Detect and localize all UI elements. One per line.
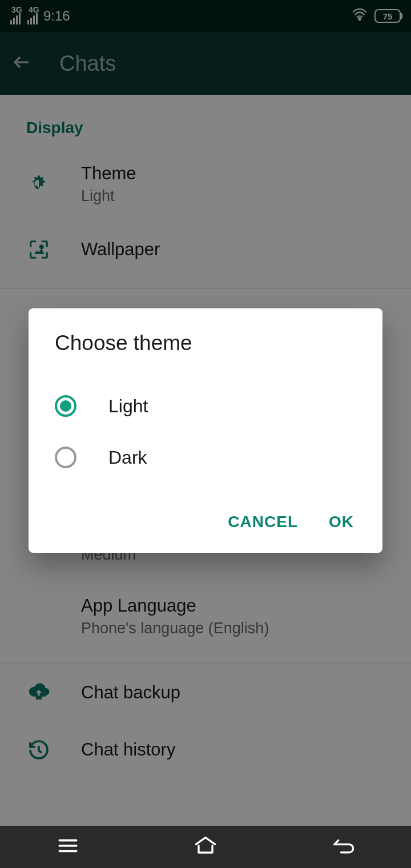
back-icon[interactable] [332,837,354,857]
android-nav-bar [0,826,411,868]
radio-checked-icon [55,395,76,417]
cancel-button[interactable]: CANCEL [228,513,298,531]
modal-overlay[interactable]: Choose theme Light Dark CANCEL OK [0,0,411,868]
radio-label-dark: Dark [108,447,147,468]
choose-theme-dialog: Choose theme Light Dark CANCEL OK [29,308,382,553]
radio-option-light[interactable]: Light [55,380,356,432]
ok-button[interactable]: OK [329,513,354,531]
radio-unchecked-icon [55,447,76,468]
radio-label-light: Light [108,396,148,417]
recent-apps-icon[interactable] [57,837,79,857]
home-icon[interactable] [192,836,219,858]
radio-option-dark[interactable]: Dark [55,432,356,483]
dialog-title: Choose theme [55,331,356,355]
